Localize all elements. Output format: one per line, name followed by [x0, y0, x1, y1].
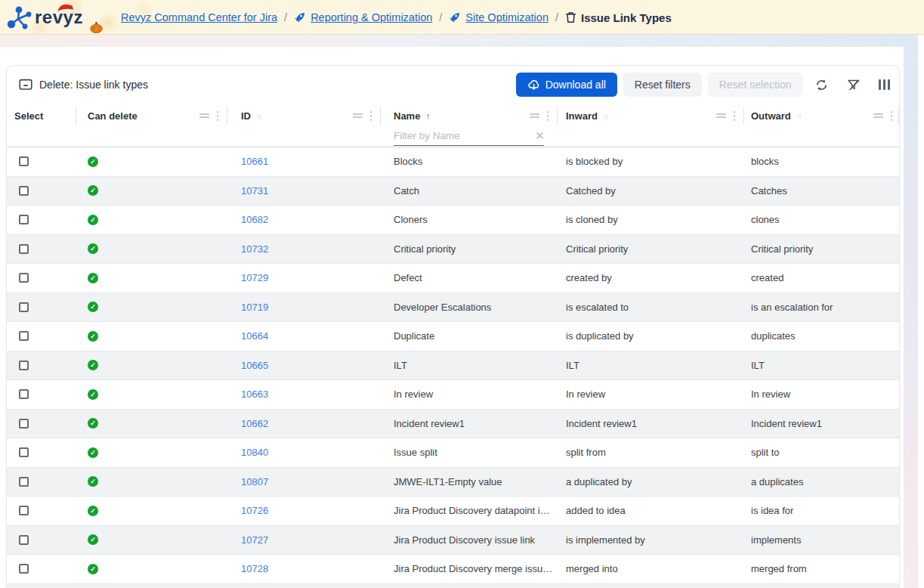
row-checkbox[interactable]: [19, 535, 29, 545]
row-outward: Critical priority: [744, 243, 899, 255]
row-checkbox[interactable]: [19, 331, 29, 341]
sort-icon[interactable]: ↑↓: [256, 112, 261, 120]
column-settings-button[interactable]: [879, 79, 891, 90]
row-id-link[interactable]: 10663: [241, 388, 268, 400]
row-id-link[interactable]: 10726: [241, 505, 268, 516]
row-name: JMWE-ILT1-Empty value: [381, 476, 558, 487]
row-checkbox[interactable]: [19, 419, 29, 429]
name-filter-input[interactable]: [394, 130, 536, 141]
row-checkbox[interactable]: [19, 244, 29, 254]
sort-ascending-icon[interactable]: ↑: [425, 111, 430, 122]
table-row: ✓ 10726 Jira Product Discovery datapoint…: [7, 497, 899, 526]
column-menu-icon[interactable]: [891, 111, 893, 121]
row-checkbox[interactable]: [19, 477, 29, 487]
clear-filters-button[interactable]: [846, 79, 861, 91]
row-checkbox[interactable]: [19, 506, 29, 515]
row-name: ILT: [381, 360, 558, 371]
column-menu-icon[interactable]: [734, 111, 736, 121]
refresh-button[interactable]: [815, 79, 828, 91]
column-filter-icon[interactable]: [530, 112, 539, 119]
row-name: Jira Product Discovery merge issue link: [381, 563, 558, 574]
column-divider: [898, 107, 899, 125]
row-checkbox[interactable]: [19, 215, 29, 224]
column-menu-icon[interactable]: [217, 111, 219, 121]
row-inward: Catched by: [558, 185, 744, 197]
can-delete-check-icon: ✓: [88, 476, 98, 487]
column-header-name[interactable]: Name ↑: [381, 104, 558, 147]
table-row: ✓ 10729 Defect created by created: [7, 264, 899, 293]
reset-filters-button[interactable]: Reset filters: [623, 73, 702, 97]
row-inward: ILT: [558, 360, 744, 371]
clear-filter-icon[interactable]: [536, 132, 544, 140]
column-header-can-delete[interactable]: Can delete: [76, 104, 227, 147]
table-header: Select Can delete ID ↑↓: [7, 104, 899, 147]
row-name: Cloners: [381, 214, 558, 225]
row-outward: Incident review1: [744, 418, 899, 429]
toolbar-actions: Download all Reset filters Reset selecti…: [516, 66, 890, 104]
row-name: Developer Escalations: [381, 302, 558, 313]
column-menu-icon[interactable]: [547, 111, 549, 121]
column-label-name: Name: [394, 110, 420, 122]
page: revyz Revyz Command Center for Jira /: [0, 0, 924, 588]
row-checkbox[interactable]: [19, 302, 29, 312]
rocket-icon: [449, 11, 461, 23]
can-delete-check-icon: ✓: [88, 534, 98, 545]
table-row: ✓ 10731 Catch Catched by Catches: [7, 177, 899, 206]
column-header-outward[interactable]: Outward ↑↓: [744, 104, 899, 147]
row-checkbox[interactable]: [19, 156, 29, 166]
columns-icon: [879, 79, 891, 90]
row-id-link[interactable]: 10731: [241, 185, 268, 197]
sort-icon[interactable]: ↑↓: [603, 112, 607, 120]
table-row: ✓ 10664 Duplicate is duplicated by dupli…: [7, 322, 899, 351]
can-delete-check-icon: ✓: [88, 185, 98, 196]
row-inward: is escalated to: [558, 302, 744, 313]
row-inward: a duplicated by: [558, 476, 744, 487]
download-all-button[interactable]: Download all: [516, 73, 617, 97]
column-filter-icon[interactable]: [716, 112, 726, 119]
column-header-inward[interactable]: Inward ↑↓: [558, 104, 744, 147]
breadcrumb-separator: /: [284, 11, 287, 23]
refresh-icon: [815, 79, 828, 91]
revyz-logo[interactable]: revyz: [5, 2, 118, 32]
table-row: ✓ 10665 ILT ILT ILT: [7, 351, 899, 381]
row-id-link[interactable]: 10729: [241, 272, 268, 283]
column-filter-icon[interactable]: [199, 112, 209, 119]
row-checkbox[interactable]: [19, 447, 29, 457]
row-inward: Critical priority: [558, 243, 744, 255]
row-inward: In review: [558, 388, 744, 400]
row-id-link[interactable]: 10727: [241, 534, 268, 546]
column-filter-icon[interactable]: [353, 112, 363, 119]
breadcrumb-link-command-center[interactable]: Revyz Command Center for Jira: [121, 11, 277, 23]
row-checkbox[interactable]: [19, 186, 29, 196]
row-checkbox[interactable]: [19, 564, 29, 574]
row-id-link[interactable]: 10840: [241, 447, 268, 458]
row-checkbox[interactable]: [19, 361, 29, 370]
row-id-link[interactable]: 10732: [241, 243, 268, 255]
cloud-download-icon: [527, 79, 540, 91]
row-checkbox[interactable]: [19, 273, 29, 283]
row-checkbox[interactable]: [19, 389, 29, 399]
row-id-link[interactable]: 10665: [241, 360, 268, 371]
card-toolbar: Delete: Issue link types Download all Re…: [7, 66, 899, 104]
breadcrumb-link-site-optimization[interactable]: Site Optimization: [465, 11, 549, 23]
can-delete-check-icon: ✓: [88, 564, 98, 574]
column-menu-icon[interactable]: [370, 111, 372, 121]
card-title: Delete: Issue link types: [19, 66, 148, 104]
column-label-inward: Inward: [566, 110, 598, 122]
row-id-link[interactable]: 10661: [241, 156, 268, 167]
row-id-link[interactable]: 10728: [241, 563, 268, 574]
row-id-link[interactable]: 10664: [241, 330, 268, 342]
column-header-id[interactable]: ID ↑↓: [227, 104, 381, 147]
row-id-link[interactable]: 10682: [241, 214, 268, 225]
sort-icon[interactable]: ↑↓: [796, 112, 801, 120]
column-label-outward: Outward: [751, 110, 791, 122]
page-scrollbar[interactable]: [904, 35, 918, 588]
row-outward: a duplicates: [744, 476, 899, 487]
breadcrumb-link-reporting-optimization[interactable]: Reporting & Optimization: [311, 11, 432, 23]
row-id-link[interactable]: 10719: [241, 302, 268, 313]
reset-selection-button[interactable]: Reset selection: [708, 73, 803, 97]
can-delete-check-icon: ✓: [88, 360, 98, 370]
column-filter-icon[interactable]: [873, 112, 883, 119]
row-id-link[interactable]: 10807: [241, 476, 268, 487]
row-id-link[interactable]: 10662: [241, 418, 268, 429]
